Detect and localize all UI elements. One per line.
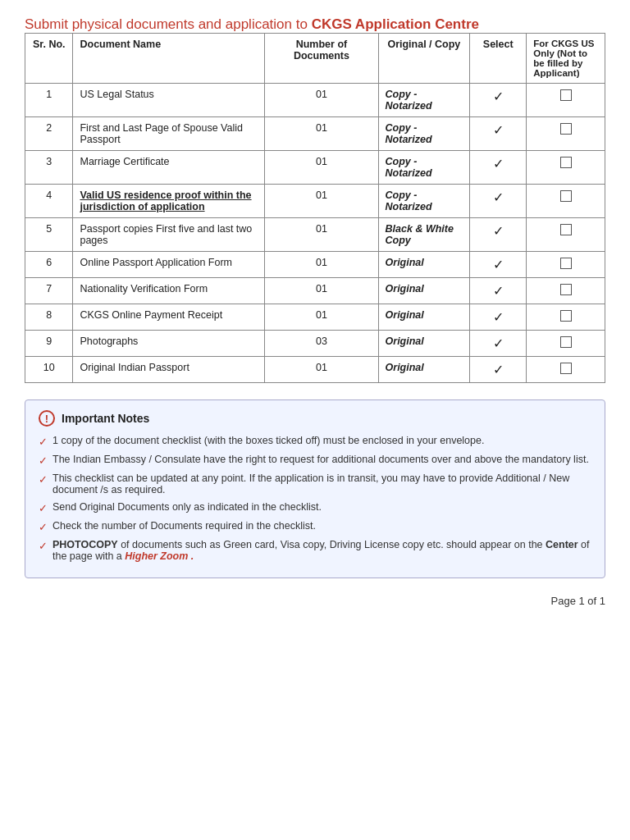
checkmark-icon: ✓ — [493, 258, 504, 272]
cell-origcopy: Original — [378, 331, 470, 357]
cell-srno: 2 — [25, 117, 73, 151]
note-text-2: The Indian Embassy / Consulate have the … — [52, 454, 589, 465]
ckgs-checkbox[interactable] — [560, 89, 572, 101]
cell-select: ✓ — [470, 218, 527, 252]
note-check-icon-2: ✓ — [39, 454, 48, 467]
ckgs-checkbox[interactable] — [560, 190, 572, 202]
important-notes-section: ! Important Notes ✓ 1 copy of the docume… — [25, 399, 605, 578]
cell-origcopy: Original — [378, 278, 470, 304]
checkmark-icon: ✓ — [493, 336, 504, 350]
cell-docname: Passport copies First five and last two … — [73, 218, 265, 252]
ckgs-checkbox[interactable] — [560, 363, 572, 374]
cell-ckgs[interactable] — [527, 218, 605, 252]
cell-srno: 8 — [25, 304, 73, 331]
cell-docname: Photographs — [73, 331, 265, 357]
ckgs-checkbox[interactable] — [560, 258, 572, 269]
cell-numdocs: 01 — [265, 185, 378, 218]
cell-select: ✓ — [470, 117, 527, 151]
cell-ckgs[interactable] — [527, 84, 605, 117]
cell-ckgs[interactable] — [527, 151, 605, 185]
table-row: 1US Legal Status01Copy - Notarized✓ — [25, 84, 605, 117]
cell-docname: Online Passport Application Form — [73, 252, 265, 278]
cell-select: ✓ — [470, 357, 527, 383]
exclamation-icon: ! — [39, 410, 55, 427]
cell-docname: First and Last Page of Spouse Valid Pass… — [73, 117, 265, 151]
cell-origcopy: Copy - Notarized — [378, 151, 470, 185]
table-row: 4Valid US residence proof within the jur… — [25, 185, 605, 218]
note-check-icon-1: ✓ — [39, 436, 48, 448]
header-numdocs: Number of Documents — [265, 34, 378, 84]
cell-docname: Marriage Certificate — [73, 151, 265, 185]
cell-select: ✓ — [470, 185, 527, 218]
ckgs-checkbox[interactable] — [560, 336, 572, 348]
cell-ckgs[interactable] — [527, 252, 605, 278]
header-ckgs: For CKGS US Only (Not to be filled by Ap… — [527, 34, 605, 84]
cell-origcopy: Black & White Copy — [378, 218, 470, 252]
cell-select: ✓ — [470, 252, 527, 278]
note-text-4: Send Original Documents only as indicate… — [52, 501, 322, 513]
cell-srno: 6 — [25, 252, 73, 278]
checkmark-icon: ✓ — [493, 89, 504, 103]
header-docname: Document Name — [73, 34, 265, 84]
header-srno: Sr. No. — [25, 34, 73, 84]
table-row: 6Online Passport Application Form01Origi… — [25, 252, 605, 278]
table-row: 3Marriage Certificate01Copy - Notarized✓ — [25, 151, 605, 185]
checkmark-icon: ✓ — [493, 190, 504, 204]
cell-numdocs: 01 — [265, 278, 378, 304]
cell-docname: Valid US residence proof within the juri… — [73, 185, 265, 218]
cell-origcopy: Copy - Notarized — [378, 185, 470, 218]
cell-numdocs: 01 — [265, 218, 378, 252]
ckgs-checkbox[interactable] — [560, 224, 572, 235]
ckgs-checkbox[interactable] — [560, 157, 572, 168]
cell-numdocs: 01 — [265, 252, 378, 278]
cell-ckgs[interactable] — [527, 357, 605, 383]
documents-table: Sr. No. Document Name Number of Document… — [25, 33, 605, 383]
cell-origcopy: Original — [378, 252, 470, 278]
checkmark-icon: ✓ — [493, 123, 504, 137]
cell-select: ✓ — [470, 331, 527, 357]
cell-select: ✓ — [470, 151, 527, 185]
note-item-5: ✓ Check the number of Documents required… — [39, 520, 591, 533]
checkmark-icon: ✓ — [493, 310, 504, 324]
cell-srno: 5 — [25, 218, 73, 252]
cell-srno: 3 — [25, 151, 73, 185]
table-row: 2First and Last Page of Spouse Valid Pas… — [25, 117, 605, 151]
ckgs-checkbox[interactable] — [560, 123, 572, 135]
cell-origcopy: Original — [378, 357, 470, 383]
cell-ckgs[interactable] — [527, 304, 605, 331]
table-row: 9Photographs03Original✓ — [25, 331, 605, 357]
cell-ckgs[interactable] — [527, 117, 605, 151]
cell-origcopy: Copy - Notarized — [378, 117, 470, 151]
cell-select: ✓ — [470, 304, 527, 331]
note-text-5: Check the number of Documents required i… — [52, 520, 316, 532]
table-row: 7Nationality Verification Form01Original… — [25, 278, 605, 304]
cell-srno: 10 — [25, 357, 73, 383]
checkmark-icon: ✓ — [493, 363, 504, 377]
cell-srno: 1 — [25, 84, 73, 117]
cell-origcopy: Copy - Notarized — [378, 84, 470, 117]
cell-numdocs: 03 — [265, 331, 378, 357]
note-item-4: ✓ Send Original Documents only as indica… — [39, 501, 591, 514]
cell-ckgs[interactable] — [527, 278, 605, 304]
cell-srno: 9 — [25, 331, 73, 357]
cell-srno: 4 — [25, 185, 73, 218]
cell-origcopy: Original — [378, 304, 470, 331]
cell-select: ✓ — [470, 84, 527, 117]
cell-docname: Original Indian Passport — [73, 357, 265, 383]
cell-numdocs: 01 — [265, 357, 378, 383]
note-text-1: 1 copy of the document checklist (with t… — [52, 435, 484, 446]
cell-docname: CKGS Online Payment Receipt — [73, 304, 265, 331]
title-prefix: Submit physical documents and applicatio… — [25, 16, 312, 32]
cell-ckgs[interactable] — [527, 185, 605, 218]
cell-ckgs[interactable] — [527, 331, 605, 357]
note-item-3: ✓ This checklist can be updated at any p… — [39, 472, 591, 495]
ckgs-checkbox[interactable] — [560, 284, 572, 295]
cell-select: ✓ — [470, 278, 527, 304]
ckgs-checkbox[interactable] — [560, 310, 572, 322]
note-item-1: ✓ 1 copy of the document checklist (with… — [39, 435, 591, 448]
cell-docname: Nationality Verification Form — [73, 278, 265, 304]
note-item-2: ✓ The Indian Embassy / Consulate have th… — [39, 454, 591, 467]
cell-numdocs: 01 — [265, 151, 378, 185]
table-row: 8CKGS Online Payment Receipt01Original✓ — [25, 304, 605, 331]
important-notes-header: ! Important Notes — [39, 410, 591, 427]
